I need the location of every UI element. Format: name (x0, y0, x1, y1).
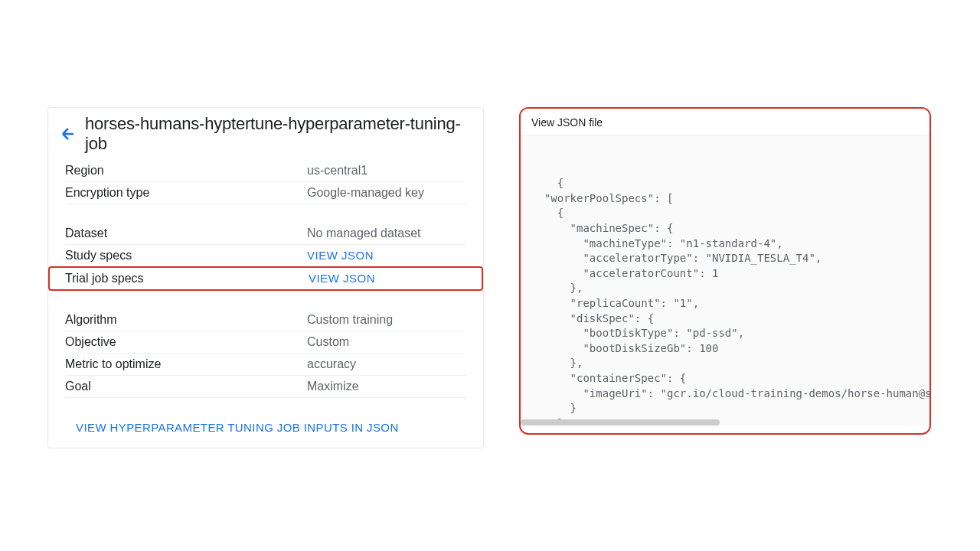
region-row: Region us-central1 (65, 160, 466, 182)
encryption-label: Encryption type (65, 186, 307, 200)
encryption-value: Google-managed key (307, 186, 424, 200)
horizontal-scrollbar[interactable] (521, 419, 720, 425)
goal-label: Goal (65, 380, 307, 393)
objective-row: Objective Custom (65, 331, 466, 354)
region-label: Region (65, 164, 307, 178)
job-details-panel: horses-humans-hyptertune-hyperparameter-… (47, 107, 484, 448)
trial-job-specs-row: Trial job specs VIEW JSON (48, 266, 483, 291)
metric-label: Metric to optimize (65, 357, 307, 371)
metric-row: Metric to optimize accuracy (65, 354, 466, 376)
algorithm-row: Algorithm Custom training (65, 309, 466, 331)
trial-job-specs-label: Trial job specs (65, 272, 309, 285)
details-section: Region us-central1 Encryption type Googl… (48, 160, 483, 448)
header: horses-humans-hyptertune-hyperparameter-… (48, 108, 483, 160)
dataset-label: Dataset (65, 227, 307, 240)
json-text: { "workerPoolSpecs": [ { "machineSpec": … (531, 177, 929, 425)
json-content: { "workerPoolSpecs": [ { "machineSpec": … (521, 135, 929, 425)
json-viewer-panel: View JSON file { "workerPoolSpecs": [ { … (519, 107, 931, 435)
goal-row: Goal Maximize (65, 376, 466, 398)
metric-value: accuracy (307, 357, 356, 371)
view-inputs-json-link[interactable]: VIEW HYPERPARAMETER TUNING JOB INPUTS IN… (76, 421, 466, 434)
encryption-row: Encryption type Google-managed key (65, 182, 466, 204)
copy-icon[interactable] (902, 146, 917, 161)
dataset-row: Dataset No managed dataset (65, 223, 466, 245)
algorithm-label: Algorithm (65, 313, 307, 327)
goal-value: Maximize (307, 380, 359, 393)
page-title: horses-humans-hyptertune-hyperparameter-… (85, 114, 472, 154)
region-value: us-central1 (307, 164, 368, 178)
objective-label: Objective (65, 335, 307, 349)
back-arrow-icon[interactable] (59, 125, 77, 143)
json-viewer-title: View JSON file (521, 109, 929, 135)
study-specs-view-json-link[interactable]: VIEW JSON (307, 249, 374, 262)
study-specs-label: Study specs (65, 249, 307, 262)
objective-value: Custom (307, 335, 349, 349)
trial-job-specs-view-json-link[interactable]: VIEW JSON (309, 272, 375, 285)
algorithm-value: Custom training (307, 313, 393, 327)
dataset-value: No managed dataset (307, 227, 421, 240)
study-specs-row: Study specs VIEW JSON (65, 245, 466, 266)
